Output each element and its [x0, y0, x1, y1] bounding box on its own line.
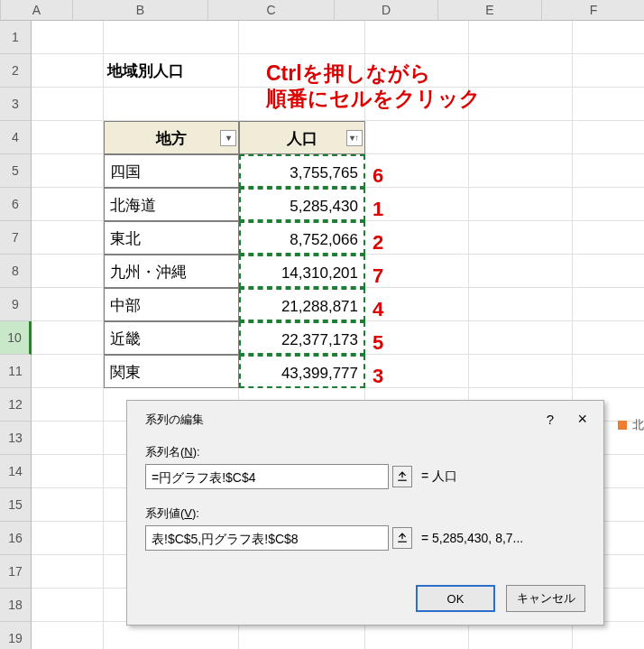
cell[interactable]: [469, 255, 573, 288]
row-header-4[interactable]: 4: [0, 121, 32, 154]
row-header-16[interactable]: 16: [0, 522, 32, 555]
cell[interactable]: [32, 422, 104, 455]
cell[interactable]: [104, 88, 239, 121]
cell[interactable]: [32, 522, 104, 555]
cell[interactable]: [469, 355, 573, 388]
cell[interactable]: [32, 555, 104, 589]
pop-cell[interactable]: 5,285,430: [239, 188, 365, 221]
row-header-11[interactable]: 11: [0, 355, 32, 388]
cell[interactable]: [32, 221, 104, 255]
row-header-3[interactable]: 3: [0, 88, 32, 121]
cell[interactable]: [365, 21, 469, 54]
cell[interactable]: [469, 188, 573, 221]
pop-cell[interactable]: 43,399,777: [239, 355, 365, 388]
filter-dropdown-icon[interactable]: ▾: [220, 130, 236, 146]
cell[interactable]: [469, 288, 573, 321]
row-header-12[interactable]: 12: [0, 388, 32, 422]
row-header-7[interactable]: 7: [0, 221, 32, 255]
table-title[interactable]: 地域別人口: [104, 54, 239, 88]
cell[interactable]: [469, 321, 573, 355]
col-header-c[interactable]: C: [208, 0, 335, 21]
region-cell[interactable]: 東北: [104, 221, 239, 255]
col-header-d[interactable]: D: [335, 0, 438, 21]
col-header-a[interactable]: A: [1, 0, 73, 21]
cell[interactable]: [32, 622, 104, 649]
cell[interactable]: [32, 388, 104, 422]
row-header-15[interactable]: 15: [0, 488, 32, 522]
cell[interactable]: [32, 355, 104, 388]
region-cell[interactable]: 四国: [104, 154, 239, 188]
header-pop[interactable]: 人口 ▾↑: [239, 121, 365, 154]
pop-cell[interactable]: 22,377,173: [239, 321, 365, 355]
row-header-8[interactable]: 8: [0, 255, 32, 288]
row-header-14[interactable]: 14: [0, 455, 32, 488]
row-header-17[interactable]: 17: [0, 555, 32, 589]
pop-cell[interactable]: 14,310,201: [239, 255, 365, 288]
cell[interactable]: [239, 21, 365, 54]
cell[interactable]: [573, 54, 644, 88]
cell[interactable]: [32, 188, 104, 221]
row-header-18[interactable]: 18: [0, 589, 32, 622]
cell[interactable]: [469, 121, 573, 154]
cell[interactable]: [239, 622, 365, 649]
help-button[interactable]: ?: [547, 412, 554, 427]
region-cell[interactable]: 北海道: [104, 188, 239, 221]
cancel-button[interactable]: キャンセル: [506, 585, 585, 612]
cell[interactable]: [469, 154, 573, 188]
cell[interactable]: [104, 21, 239, 54]
col-header-e[interactable]: E: [438, 0, 542, 21]
cell[interactable]: [573, 221, 644, 255]
ok-button[interactable]: OK: [416, 585, 495, 612]
row-header-2[interactable]: 2: [0, 54, 32, 88]
row-header-6[interactable]: 6: [0, 188, 32, 221]
row-header-19[interactable]: 19: [0, 622, 32, 649]
cell[interactable]: [365, 121, 469, 154]
cell[interactable]: [32, 288, 104, 321]
cell[interactable]: [32, 154, 104, 188]
cell[interactable]: [573, 255, 644, 288]
cell[interactable]: [469, 622, 573, 649]
cell[interactable]: [32, 21, 104, 54]
cell[interactable]: [469, 88, 573, 121]
pop-cell[interactable]: 8,752,066: [239, 221, 365, 255]
region-cell[interactable]: 中部: [104, 288, 239, 321]
series-values-input[interactable]: 表!$C$5,円グラフ表!$C$8: [145, 525, 389, 551]
row-header-1[interactable]: 1: [0, 21, 32, 54]
col-header-f[interactable]: F: [542, 0, 644, 21]
range-picker-icon[interactable]: [392, 527, 412, 549]
row-header-9[interactable]: 9: [0, 288, 32, 321]
cell[interactable]: [104, 622, 239, 649]
row-header-10[interactable]: 10: [0, 321, 32, 355]
region-cell[interactable]: 九州・沖縄: [104, 255, 239, 288]
cell[interactable]: [32, 589, 104, 622]
cell[interactable]: [469, 221, 573, 255]
row-header-5[interactable]: 5: [0, 154, 32, 188]
header-region[interactable]: 地方 ▾: [104, 121, 239, 154]
series-name-input[interactable]: =円グラフ表!$C$4: [145, 464, 389, 489]
cell[interactable]: [573, 288, 644, 321]
sort-filter-icon[interactable]: ▾↑: [346, 130, 363, 146]
cell[interactable]: [469, 21, 573, 54]
range-picker-icon[interactable]: [392, 466, 412, 487]
cell[interactable]: [469, 54, 573, 88]
cell[interactable]: [32, 54, 104, 88]
cell[interactable]: [32, 455, 104, 488]
cell[interactable]: [32, 255, 104, 288]
cell[interactable]: [365, 622, 469, 649]
cell[interactable]: [32, 488, 104, 522]
region-cell[interactable]: 関東: [104, 355, 239, 388]
close-button[interactable]: ×: [577, 410, 587, 429]
cell[interactable]: [573, 121, 644, 154]
cell[interactable]: [573, 154, 644, 188]
cell[interactable]: [573, 88, 644, 121]
region-cell[interactable]: 近畿: [104, 321, 239, 355]
pop-cell[interactable]: 3,755,765: [239, 154, 365, 188]
row-header-13[interactable]: 13: [0, 422, 32, 455]
cell[interactable]: [32, 88, 104, 121]
col-header-b[interactable]: B: [73, 0, 208, 21]
pop-cell[interactable]: 21,288,871: [239, 288, 365, 321]
cell[interactable]: [573, 321, 644, 355]
cell[interactable]: [573, 21, 644, 54]
cell[interactable]: [573, 622, 644, 649]
cell[interactable]: [32, 321, 104, 355]
